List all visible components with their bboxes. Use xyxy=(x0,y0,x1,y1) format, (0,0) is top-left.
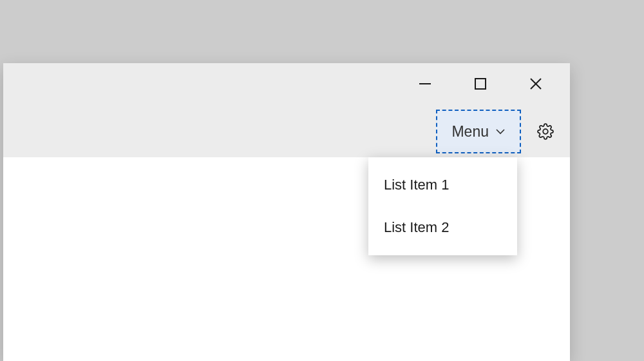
gear-icon xyxy=(537,123,554,140)
menu-button[interactable]: Menu xyxy=(436,110,521,153)
menu-button-label: Menu xyxy=(451,123,489,141)
app-window: Menu List Item 1 List Item 2 xyxy=(3,63,570,361)
list-item-label: List Item 1 xyxy=(384,177,449,193)
maximize-icon xyxy=(474,77,487,90)
window-controls xyxy=(410,72,570,95)
list-item[interactable]: List Item 2 xyxy=(368,206,517,249)
settings-button[interactable] xyxy=(533,119,558,144)
minimize-button[interactable] xyxy=(410,72,440,95)
list-item-label: List Item 2 xyxy=(384,219,449,235)
menu-dropdown: List Item 1 List Item 2 xyxy=(368,157,517,255)
maximize-button[interactable] xyxy=(466,72,495,95)
minimize-icon xyxy=(418,77,432,91)
chevron-down-icon xyxy=(495,128,506,135)
close-icon xyxy=(529,77,543,91)
svg-rect-1 xyxy=(475,79,486,89)
close-button[interactable] xyxy=(521,72,551,95)
list-item[interactable]: List Item 1 xyxy=(368,164,517,206)
titlebar: Menu xyxy=(3,63,570,157)
toolbar: Menu xyxy=(436,106,570,157)
